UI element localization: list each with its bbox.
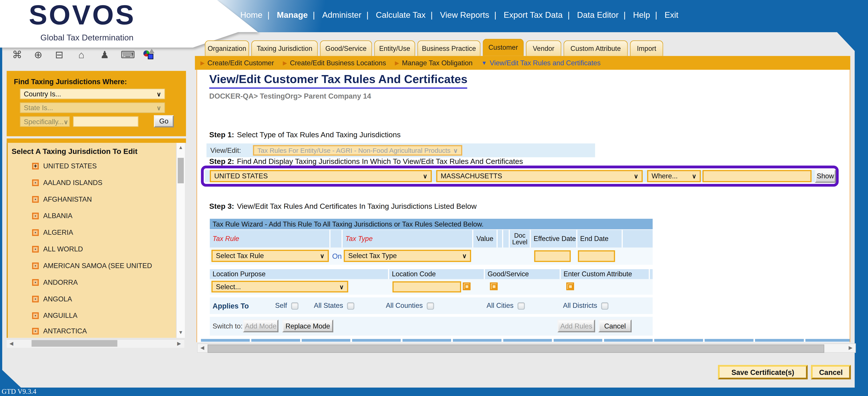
list-item[interactable]: ALL WORLD — [32, 245, 83, 254]
self-checkbox[interactable] — [291, 302, 298, 309]
chevron-down-icon — [64, 118, 68, 125]
list-panel-top-strip — [7, 139, 186, 143]
list-item[interactable]: ANGOLA — [32, 295, 72, 304]
all-counties-checkbox[interactable] — [427, 302, 434, 309]
country-select[interactable]: Country Is... — [20, 89, 165, 99]
chevron-down-icon — [692, 172, 696, 180]
scrollbar-thumb[interactable] — [32, 340, 118, 347]
footer-cancel-button[interactable]: Cancel — [811, 365, 851, 379]
custom-attribute-picker-icon[interactable] — [566, 282, 574, 290]
effective-date-input[interactable] — [534, 250, 571, 262]
list-vertical-scrollbar[interactable]: ▲ ▼ — [176, 143, 185, 338]
location-purpose-select[interactable]: Select... — [212, 281, 348, 292]
specifically-select[interactable]: Specifically... — [20, 116, 70, 127]
col-doc-level: Doc Level — [510, 230, 531, 248]
factory-icon[interactable]: ⌂ — [75, 49, 88, 61]
tab-good-service[interactable]: Good/Service — [320, 40, 372, 56]
list-item[interactable]: ANGUILLA — [32, 311, 78, 320]
filter-search-input[interactable] — [703, 170, 811, 182]
nav-item-calculate-tax[interactable]: Calculate Tax — [376, 10, 426, 19]
save-certificates-button[interactable]: Save Certificate(s) — [718, 365, 808, 379]
state-filter-value: MASSACHUSETTS — [441, 172, 502, 180]
all-districts-checkbox[interactable] — [601, 302, 608, 309]
nav-item-data-editor[interactable]: Data Editor — [577, 10, 618, 19]
person-icon[interactable]: ♟ — [99, 49, 111, 61]
tab-import[interactable]: Import — [630, 40, 663, 56]
add-mode-button[interactable]: Add Mode — [243, 319, 279, 332]
tab-customer[interactable]: Customer — [483, 39, 524, 56]
tab-entity-use[interactable]: Entity/Use — [374, 40, 415, 56]
all-cities-checkbox[interactable] — [518, 302, 525, 309]
add-rules-button[interactable]: Add Rules — [557, 319, 595, 332]
scroll-right-icon[interactable]: ▶ — [847, 344, 854, 352]
tab-vendor[interactable]: Vendor — [526, 40, 561, 56]
footer-bar: GTD V9.3.4 — [0, 388, 868, 396]
jurisdiction-search-input[interactable] — [73, 116, 138, 127]
where-filter-select[interactable]: Where... — [647, 170, 701, 182]
good-service-picker-icon[interactable] — [490, 282, 498, 290]
org-chart-icon[interactable]: ⌘ — [11, 49, 23, 61]
nav-item-administer[interactable]: Administer — [322, 10, 362, 19]
triangle-right-icon — [283, 60, 287, 66]
breadcrumb-manage-tax-obligation[interactable]: Manage Tax Obligation — [395, 59, 473, 67]
tab-organization[interactable]: Organization — [205, 40, 249, 56]
scroll-left-icon[interactable]: ◀ — [8, 340, 15, 347]
tax-type-select[interactable]: Select Tax Type — [344, 250, 471, 262]
state-select[interactable]: State Is... — [20, 102, 165, 113]
nav-item-exit[interactable]: Exit — [664, 10, 678, 19]
scroll-right-icon[interactable]: ▶ — [175, 340, 183, 347]
nav-separator: | — [366, 10, 369, 19]
show-button[interactable]: Show — [815, 170, 836, 183]
go-button[interactable]: Go — [154, 115, 174, 127]
step1-text: Select Type of Tax Rules And Taxing Juri… — [237, 130, 401, 139]
location-code-input[interactable] — [393, 281, 461, 293]
end-date-input[interactable] — [578, 250, 615, 262]
list-item[interactable]: AMERICAN SAMOA (SEE UNITED — [32, 262, 152, 270]
custom-attribute-icon[interactable] — [143, 49, 155, 61]
list-item[interactable]: ALGERIA — [32, 228, 73, 237]
tab-custom-attribute[interactable]: Custom Attribute — [563, 40, 627, 56]
list-item-label: ANDORRA — [43, 278, 78, 286]
list-item[interactable]: ALBANIA — [32, 212, 72, 220]
nav-item-manage[interactable]: Manage — [277, 10, 308, 19]
globe-icon[interactable]: ⊕ — [32, 49, 44, 61]
scrollbar-thumb[interactable] — [208, 344, 824, 353]
triangle-shape — [149, 49, 155, 53]
list-item[interactable]: ANTARCTICA — [32, 327, 87, 336]
scrollbar-thumb[interactable] — [178, 158, 184, 183]
nav-item-help[interactable]: Help — [633, 10, 650, 19]
breadcrumb-create-edit-customer[interactable]: Create/Edit Customer — [200, 59, 274, 67]
checkbox-label: All Counties — [386, 302, 423, 310]
state-filter-select[interactable]: MASSACHUSETTS — [436, 170, 643, 182]
leaf-node-icon — [32, 279, 39, 286]
list-item[interactable]: AALAND ISLANDS — [32, 178, 102, 187]
list-item[interactable]: ANDORRA — [32, 278, 78, 287]
breadcrumb-view-edit-tax-rules[interactable]: View/Edit Tax Rules and Certificates — [482, 59, 601, 67]
list-item[interactable]: UNITED STATES — [32, 162, 97, 171]
scroll-down-icon[interactable]: ▼ — [177, 329, 184, 336]
col-spacer — [331, 230, 343, 248]
content-horizontal-scrollbar[interactable]: ◀ ▶ — [197, 343, 856, 353]
breadcrumb-label: Create/Edit Business Locations — [290, 59, 386, 67]
all-states-checkbox[interactable] — [347, 302, 354, 309]
location-code-picker-icon[interactable] — [463, 282, 471, 290]
list-horizontal-scrollbar[interactable]: ◀ ▶ — [7, 339, 184, 348]
col-end-date: End Date — [578, 230, 623, 248]
cash-register-icon[interactable]: ⌨ — [121, 49, 133, 61]
tax-rule-select[interactable]: Select Tax Rule — [212, 250, 329, 262]
country-filter-select[interactable]: UNITED STATES — [210, 170, 432, 182]
tab-business-practice[interactable]: Business Practice — [417, 40, 480, 56]
breadcrumb-create-edit-business-locations[interactable]: Create/Edit Business Locations — [283, 59, 386, 67]
replace-mode-button[interactable]: Replace Mode — [282, 319, 333, 332]
scroll-left-icon[interactable]: ◀ — [199, 344, 206, 352]
cancel-button[interactable]: Cancel — [598, 319, 632, 332]
scroll-up-icon[interactable]: ▲ — [177, 144, 184, 151]
chevron-down-icon — [423, 172, 427, 180]
tab-taxing-jurisdiction[interactable]: Taxing Jurisdiction — [251, 40, 318, 56]
truck-icon[interactable]: ⊟ — [53, 49, 65, 61]
nav-item-export-tax-data[interactable]: Export Tax Data — [504, 10, 562, 19]
list-item[interactable]: AFGHANISTAN — [32, 195, 92, 204]
expand-plus-icon[interactable] — [32, 163, 39, 170]
nav-item-view-reports[interactable]: View Reports — [440, 10, 489, 19]
chevron-down-icon — [453, 147, 458, 154]
